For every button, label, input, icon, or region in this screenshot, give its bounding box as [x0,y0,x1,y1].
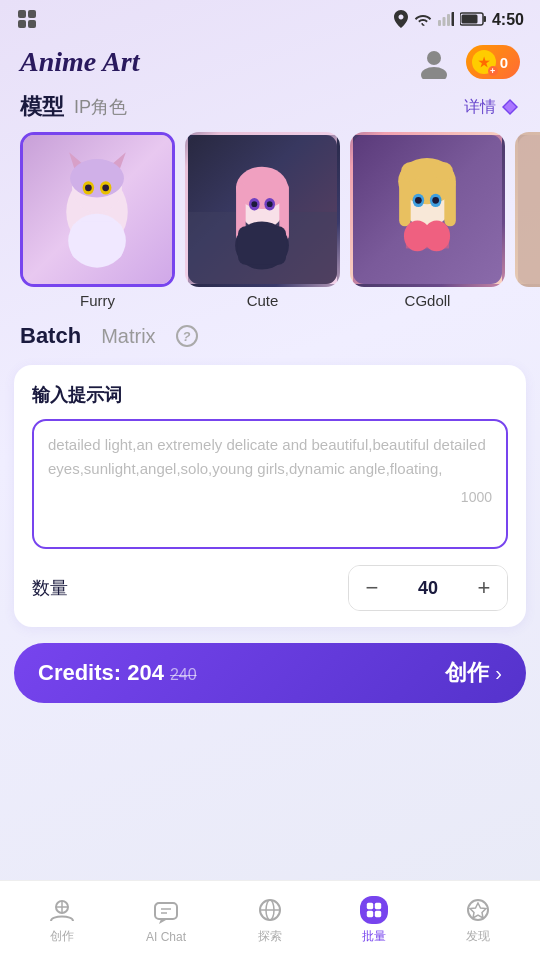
svg-point-36 [267,201,273,207]
model-subtitle: IP角色 [74,95,127,119]
detail-link[interactable]: 详情 [464,97,520,118]
svg-point-35 [251,201,257,207]
svg-rect-42 [399,178,411,226]
ai-chat-nav-icon [152,898,180,926]
svg-point-11 [427,51,441,65]
status-bar: 4:50 [0,0,540,36]
prompt-textarea-wrap[interactable]: detailed light,an extremely delicate and… [32,419,508,549]
diamond-icon [500,97,520,117]
model-card-cute[interactable]: Cute [185,132,340,309]
tabs-row: Batch Matrix ? [0,309,540,359]
svg-rect-4 [438,20,441,26]
prompt-placeholder-text: detailed light,an extremely delicate and… [48,433,492,481]
app-header: Anime Art ★ + 0 [0,36,540,88]
coins-icon: ★ + [472,50,496,74]
model-card-cute-label: Cute [185,292,340,309]
create-button[interactable]: Credits: 204 240 创作 › [14,643,526,703]
quantity-increase-button[interactable]: + [461,566,507,610]
svg-marker-68 [470,903,486,918]
svg-rect-2 [18,20,26,28]
svg-point-49 [432,197,439,204]
status-icons: 4:50 [394,10,524,31]
create-arrow-icon: › [495,662,502,685]
wifi-icon [414,12,432,29]
svg-rect-52 [406,229,449,248]
help-icon[interactable]: ? [176,325,198,347]
nav-label-ai-chat: AI Chat [146,930,186,944]
svg-rect-26 [71,222,123,260]
svg-rect-38 [238,226,286,264]
model-card-furry-label: Furry [20,292,175,309]
user-profile-button[interactable] [416,44,452,80]
detail-link-text: 详情 [464,97,496,118]
header-actions: ★ + 0 [416,44,520,80]
svg-rect-0 [18,10,26,18]
create-nav-icon [48,896,76,924]
svg-rect-53 [518,135,540,284]
svg-rect-7 [451,12,454,26]
prompt-char-count: 1000 [48,489,492,505]
location-icon [394,10,408,31]
model-cards-list: Furry [0,132,540,309]
svg-rect-57 [155,903,177,919]
svg-point-24 [102,185,109,192]
prompt-card: 输入提示词 detailed light,an extremely delica… [14,365,526,627]
model-card-furry[interactable]: Furry [20,132,175,309]
svg-point-45 [434,162,453,181]
quantity-decrease-button[interactable]: − [349,566,395,610]
svg-rect-5 [442,17,445,26]
svg-rect-63 [367,903,373,909]
tab-batch[interactable]: Batch [20,323,81,349]
model-section-header: 模型 IP角色 详情 [0,88,540,132]
svg-rect-10 [461,14,477,23]
svg-point-44 [401,162,420,181]
model-title: 模型 [20,92,64,122]
model-card-cgdoll-label: CGdoll [350,292,505,309]
nav-label-discover: 发现 [466,928,490,945]
svg-point-48 [415,197,422,204]
quantity-control: − 40 + [348,565,508,611]
svg-rect-3 [28,20,36,28]
nav-item-batch[interactable]: 批量 [334,896,414,945]
svg-point-12 [421,67,447,79]
signal-icon [438,12,454,29]
nav-label-create: 创作 [50,928,74,945]
svg-rect-66 [375,911,381,917]
nav-item-create[interactable]: 创作 [22,896,102,945]
quantity-label: 数量 [32,576,68,600]
prompt-label: 输入提示词 [32,383,508,407]
create-label: 创作 [445,658,489,688]
coins-badge[interactable]: ★ + 0 [466,45,520,79]
quantity-row: 数量 − 40 + [32,565,508,611]
svg-marker-14 [504,101,516,113]
discover-nav-icon [464,896,492,924]
time-display: 4:50 [492,11,524,29]
app-title: Anime Art [20,46,140,78]
battery-icon [460,12,486,29]
nav-item-ai-chat[interactable]: AI Chat [126,898,206,944]
quantity-value: 40 [395,578,461,599]
nav-item-explore[interactable]: 探索 [230,896,310,945]
svg-rect-1 [28,10,36,18]
batch-nav-icon [360,896,388,924]
svg-point-20 [70,159,124,197]
credits-old: 240 [170,666,197,684]
svg-rect-6 [447,14,450,26]
explore-nav-icon [256,896,284,924]
svg-point-23 [85,185,92,192]
tab-matrix[interactable]: Matrix [101,325,155,348]
bottom-nav: 创作 AI Chat 探索 [0,880,540,960]
svg-rect-64 [375,903,381,909]
svg-rect-9 [483,16,486,22]
coins-count: 0 [500,54,508,71]
nav-label-explore: 探索 [258,928,282,945]
model-card-cgdoll[interactable]: CGdoll [350,132,505,309]
nav-label-batch: 批量 [362,928,386,945]
nav-item-discover[interactable]: 发现 [438,896,518,945]
model-card-extra[interactable] [515,132,540,309]
svg-rect-43 [444,178,456,226]
svg-rect-65 [367,911,373,917]
credits-text: Credits: 204 [38,660,164,686]
status-app-icon [16,8,38,33]
